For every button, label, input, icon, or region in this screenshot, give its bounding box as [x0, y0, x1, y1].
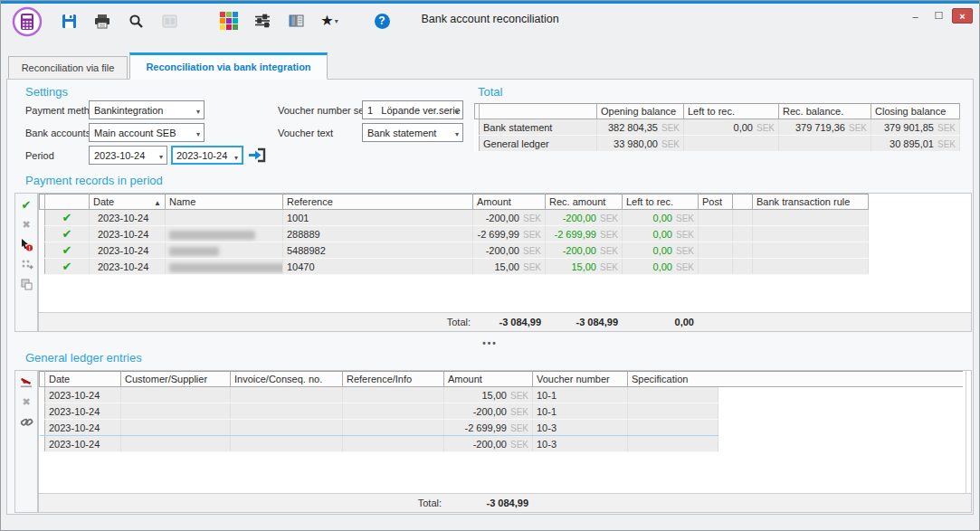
- link-icon[interactable]: [19, 415, 33, 429]
- save-icon[interactable]: [59, 12, 79, 30]
- ledger-section-title: General ledger entries: [25, 351, 142, 365]
- edit-pen-icon[interactable]: [19, 375, 33, 389]
- voucher-series-select[interactable]: 1 Löpande ver.serie ▾: [362, 100, 463, 119]
- total-col-left[interactable]: Left to rec.: [684, 104, 779, 119]
- help-icon[interactable]: ?: [372, 12, 392, 30]
- print-icon[interactable]: [92, 12, 112, 30]
- copy-record-icon[interactable]: [19, 278, 33, 291]
- col-matched[interactable]: [45, 194, 90, 210]
- titlebar: ★▾ ? Bank account reconciliation – ☐ ×: [1, 4, 979, 38]
- col-reference[interactable]: Reference: [283, 194, 473, 210]
- col-date[interactable]: Date▲: [90, 194, 166, 210]
- delete-entry-icon[interactable]: ✖: [19, 395, 33, 409]
- payment-records-panel: Date▲ Name Reference Amount Rec. amount …: [38, 193, 972, 332]
- col-invoice-conseq-no[interactable]: Invoice/Conseq. no.: [231, 372, 343, 387]
- minimize-button[interactable]: –: [905, 8, 926, 24]
- total-col-closing[interactable]: Closing balance: [871, 104, 960, 119]
- currency-label: SEK: [661, 123, 680, 133]
- payment-records-toolbar: ✔ ✖: [14, 193, 38, 332]
- payment-row[interactable]: ✔ 2023-10-24 288889 -2 699,99SEK -2 699,…: [40, 226, 869, 242]
- currency-label: SEK: [523, 213, 541, 223]
- col-left-to-rec[interactable]: Left to rec.: [623, 194, 699, 210]
- redacted-name: [169, 263, 283, 272]
- currency-label: SEK: [510, 440, 528, 450]
- ledger-toolbar: ✖: [14, 370, 38, 513]
- voucher-text-select[interactable]: Bank statement ▾: [362, 123, 463, 142]
- ledger-panel: Date Customer/Supplier Invoice/Conseq. n…: [38, 370, 972, 513]
- ledger-row[interactable]: 2023-10-24 -200,00SEK 10-1: [40, 403, 718, 420]
- favorites-star-icon[interactable]: ★▾: [319, 12, 339, 30]
- ledger-total-row: Total: -3 084,99: [39, 493, 971, 512]
- total-table: Opening balance Left to rec. Rec. balanc…: [474, 103, 960, 152]
- col-post[interactable]: Post: [699, 194, 733, 210]
- payment-row[interactable]: ✔ 2023-10-24 10470 15,00SEK 15,00SEK 0,0…: [40, 259, 869, 275]
- ledger-row[interactable]: 2023-10-24 -200,00SEK 10-3: [40, 436, 718, 452]
- chevron-down-icon: ▾: [196, 108, 200, 116]
- total-col-opening[interactable]: Opening balance: [597, 104, 684, 119]
- ledger-row-selected[interactable]: 2023-10-24 -2 699,99SEK 10-3: [40, 420, 718, 436]
- currency-label: SEK: [600, 213, 618, 223]
- close-button[interactable]: ×: [952, 8, 973, 24]
- payment-records-total-row: Total: -3 084,99 -3 084,99 0,00: [39, 312, 971, 331]
- col-reference-info[interactable]: Reference/Info: [343, 372, 444, 387]
- manual-match-alert-icon[interactable]: [19, 238, 33, 251]
- period-to-select[interactable]: 2023-10-24 ▾: [171, 146, 243, 165]
- total-col-rec[interactable]: Rec. balance.: [779, 104, 871, 119]
- splitter-handle[interactable]: •••: [7, 338, 973, 348]
- payment-row[interactable]: ✔ 2023-10-24 5488982 -200,00SEK -200,00S…: [40, 242, 869, 259]
- star-dropdown-caret-icon[interactable]: ▾: [335, 17, 338, 25]
- chevron-down-icon: ▾: [196, 130, 200, 138]
- app-window: ★▾ ? Bank account reconciliation – ☐ × R…: [0, 0, 980, 531]
- currency-label: SEK: [937, 123, 956, 133]
- matched-check-icon: ✔: [62, 211, 72, 224]
- col-amount[interactable]: Amount: [473, 194, 546, 210]
- col-voucher-number[interactable]: Voucher number: [533, 372, 628, 387]
- color-settings-icon[interactable]: [219, 12, 239, 30]
- calculator-app-logo-icon[interactable]: [12, 6, 43, 37]
- currency-label: SEK: [523, 230, 541, 240]
- maximize-button[interactable]: ☐: [928, 8, 949, 24]
- ledger-row[interactable]: 2023-10-24 15,00SEK 10-1: [40, 387, 718, 403]
- total-amount: -3 084,99: [442, 498, 528, 508]
- manual-book-icon[interactable]: [286, 12, 306, 30]
- settings-sliders-icon[interactable]: [252, 12, 272, 30]
- match-approve-icon[interactable]: ✔: [19, 198, 33, 212]
- total-section-title: Total: [478, 85, 502, 99]
- total-label: Total:: [39, 317, 471, 327]
- total-row-bank-statement[interactable]: Bank statement 382 804,35SEK 0,00SEK 379…: [475, 119, 960, 136]
- tab-reconciliation-via-file[interactable]: Reconciliation via file: [8, 56, 128, 80]
- col-name[interactable]: Name: [166, 194, 283, 210]
- search-icon[interactable]: [126, 12, 146, 30]
- payment-row[interactable]: ✔ 2023-10-24 1001 -200,00SEK -200,00SEK …: [40, 210, 869, 226]
- col-amount[interactable]: Amount: [444, 372, 533, 387]
- tab-strip: Reconciliation via file Reconciliation v…: [6, 52, 974, 80]
- load-period-button[interactable]: [248, 146, 268, 165]
- matched-check-icon: ✔: [62, 227, 72, 241]
- currency-label: SEK: [676, 246, 694, 256]
- currency-label: SEK: [600, 246, 618, 256]
- ledger-right-edge: [966, 371, 966, 493]
- bank-accounts-select[interactable]: Main account SEB ▾: [89, 123, 205, 142]
- col-specification[interactable]: Specification: [628, 372, 718, 387]
- matched-check-icon: ✔: [62, 243, 72, 257]
- col-bank-transaction-rule[interactable]: Bank transaction rule: [753, 194, 869, 210]
- chevron-down-icon: ▾: [455, 108, 459, 116]
- period-from-select[interactable]: 2023-10-24 ▾: [89, 146, 167, 165]
- bank-accounts-label: Bank accounts: [25, 128, 90, 138]
- payment-method-select[interactable]: Bankintegration ▾: [89, 100, 205, 119]
- currency-label: SEK: [600, 262, 618, 272]
- chevron-down-icon: ▾: [234, 154, 238, 162]
- ledger-table: Date Customer/Supplier Invoice/Conseq. n…: [39, 371, 718, 452]
- total-col-blank: [480, 104, 597, 119]
- ledger-header-filler: [718, 371, 963, 387]
- tab-reconciliation-via-bank-integration[interactable]: Reconciliation via bank integration: [129, 52, 328, 80]
- col-rec-amount[interactable]: Rec. amount: [546, 194, 623, 210]
- total-label: Total:: [39, 498, 442, 508]
- currency-label: SEK: [510, 407, 528, 417]
- col-date[interactable]: Date: [45, 372, 121, 387]
- total-rec-amount: -3 084,99: [541, 317, 618, 327]
- total-row-general-ledger[interactable]: General ledger 33 980,00SEK 30 895,01SEK: [475, 136, 960, 152]
- col-customer-supplier[interactable]: Customer/Supplier: [121, 372, 231, 387]
- unmatch-icon[interactable]: ✖: [19, 218, 33, 232]
- add-records-icon[interactable]: [19, 258, 33, 271]
